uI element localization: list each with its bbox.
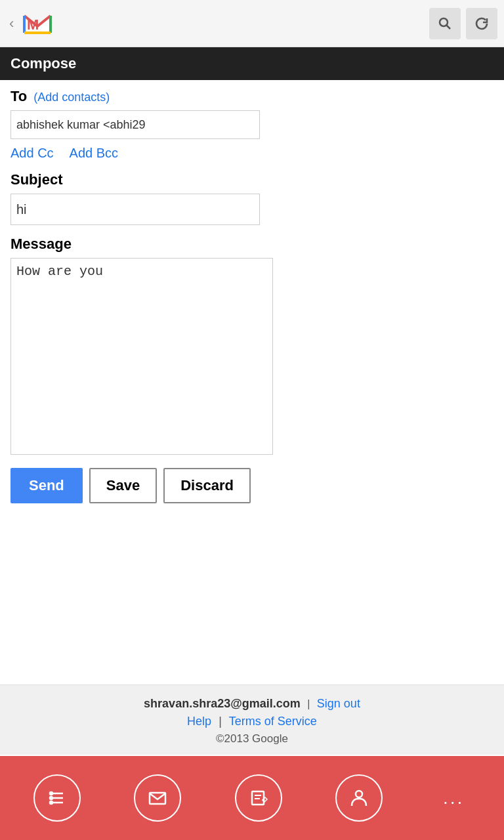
svg-point-8 xyxy=(50,797,52,799)
footer-copyright: ©2013 Google xyxy=(7,732,497,746)
save-button[interactable]: Save xyxy=(89,468,157,503)
to-input[interactable] xyxy=(10,110,260,139)
subject-input[interactable] xyxy=(10,194,260,225)
compose-bar: Compose xyxy=(0,47,504,80)
discard-button[interactable]: Discard xyxy=(163,468,251,503)
main-content: To (Add contacts) Add Cc Add Bcc Subject… xyxy=(0,80,504,511)
footer-email: shravan.shra23@gmail.com xyxy=(144,697,301,710)
help-link[interactable]: Help xyxy=(187,715,211,728)
header-right xyxy=(429,8,497,39)
to-row: To (Add contacts) xyxy=(10,88,494,105)
add-contacts-link[interactable]: (Add contacts) xyxy=(33,91,110,104)
add-bcc-link[interactable]: Add Bcc xyxy=(70,146,118,161)
footer-links: Help | Terms of Service xyxy=(7,715,497,728)
add-cc-link[interactable]: Add Cc xyxy=(10,146,54,161)
nav-compose-button[interactable] xyxy=(235,774,282,822)
send-button[interactable]: Send xyxy=(10,468,83,503)
footer-account-row: shravan.shra23@gmail.com | Sign out xyxy=(7,697,497,711)
refresh-button[interactable] xyxy=(466,8,497,39)
svg-point-2 xyxy=(440,18,448,26)
header-left: ‹ M xyxy=(7,7,54,41)
terms-link[interactable]: Terms of Service xyxy=(229,715,317,728)
svg-line-3 xyxy=(447,25,451,29)
nav-more-button[interactable]: ... xyxy=(436,781,471,815)
footer-info: shravan.shra23@gmail.com | Sign out Help… xyxy=(0,684,504,755)
sign-out-link[interactable]: Sign out xyxy=(317,697,360,710)
svg-text:M: M xyxy=(27,16,39,33)
to-label: To xyxy=(10,88,27,105)
cc-bcc-row: Add Cc Add Bcc xyxy=(10,146,494,161)
nav-mail-button[interactable] xyxy=(134,774,181,822)
header: ‹ M xyxy=(0,0,504,47)
gmail-logo: M xyxy=(20,7,54,41)
bottom-nav: ... xyxy=(0,756,504,840)
message-textarea[interactable]: How are you xyxy=(10,258,273,455)
compose-title: Compose xyxy=(10,55,76,72)
back-arrow-icon[interactable]: ‹ xyxy=(7,12,16,35)
nav-person-button[interactable] xyxy=(335,774,383,822)
nav-list-button[interactable] xyxy=(33,774,81,822)
subject-label: Subject xyxy=(10,171,494,188)
buttons-row: Send Save Discard xyxy=(10,468,494,503)
svg-point-9 xyxy=(50,801,52,804)
svg-point-15 xyxy=(356,791,362,797)
svg-point-7 xyxy=(50,792,52,795)
search-button[interactable] xyxy=(429,8,461,39)
message-label: Message xyxy=(10,236,494,253)
